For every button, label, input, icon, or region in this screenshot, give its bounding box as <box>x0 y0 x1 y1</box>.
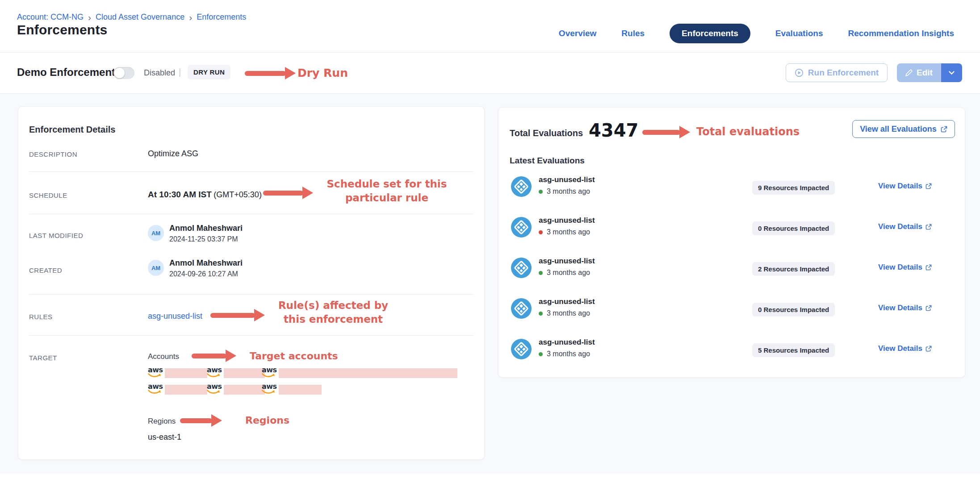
last-modified-name: Anmol Maheshwari <box>169 224 243 233</box>
redacted-account-id <box>224 368 265 378</box>
rule-icon <box>511 258 532 278</box>
rule-icon <box>511 298 532 319</box>
run-enforcement-button[interactable]: Run Enforcement <box>786 63 888 82</box>
aws-account: aws <box>148 383 207 395</box>
aws-account: aws <box>262 367 457 378</box>
tab-recommendation-insights[interactable]: Recommendation Insights <box>848 29 954 38</box>
dry-run-badge: DRY RUN <box>188 65 230 79</box>
external-link-icon <box>926 224 932 230</box>
evaluation-rule-name: asg-unused-list <box>539 297 595 306</box>
external-link-icon <box>941 126 947 133</box>
status-dot <box>539 190 543 194</box>
evaluation-row: asg-unused-list 3 months ago 9 Resources… <box>498 175 965 203</box>
aws-logo-icon: aws <box>207 367 221 378</box>
divider: | <box>179 67 181 77</box>
status-dot <box>539 230 543 234</box>
details-card-title: Enforcement Details <box>29 125 115 135</box>
breadcrumb-account[interactable]: Account: CCM-NG <box>17 12 84 22</box>
rule-icon <box>511 217 532 237</box>
resources-impacted-badge: 2 Resources Impacted <box>752 262 835 276</box>
aws-logo-icon: aws <box>262 383 276 395</box>
toggle-knob <box>114 68 125 78</box>
view-details-label: View Details <box>878 263 922 272</box>
avatar: AM <box>148 225 164 241</box>
status-dot <box>539 352 543 356</box>
evaluation-row: asg-unused-list 3 months ago 0 Resources… <box>498 215 965 244</box>
avatar: AM <box>148 260 164 276</box>
breadcrumb-separator-icon: › <box>88 13 91 21</box>
top-nav-tabs: Overview Rules Enforcements Evaluations … <box>559 24 954 43</box>
divider <box>29 214 473 214</box>
annotation-target-accounts: Target accounts <box>250 350 338 362</box>
annotation-arrow <box>642 125 690 139</box>
view-details-link[interactable]: View Details <box>878 344 932 353</box>
tab-evaluations[interactable]: Evaluations <box>775 29 823 38</box>
last-modified-label: LAST MODIFIED <box>29 232 83 239</box>
evaluation-row: asg-unused-list 3 months ago 2 Resources… <box>498 256 965 284</box>
view-details-label: View Details <box>878 182 922 191</box>
annotation-rules: Rule(s) affected by this enforcement <box>268 299 398 326</box>
accounts-label: Accounts <box>148 352 179 361</box>
aws-account: aws <box>148 367 207 378</box>
external-link-icon <box>926 346 932 352</box>
description-value: Optimize ASG <box>148 149 198 158</box>
tab-rules[interactable]: Rules <box>621 29 645 38</box>
schedule-time: At 10:30 AM IST <box>148 190 212 199</box>
redacted-account-id <box>165 368 207 378</box>
breadcrumb-governance[interactable]: Cloud Asset Governance <box>96 12 184 22</box>
tab-enforcements[interactable]: Enforcements <box>670 24 750 43</box>
aws-logo-icon: aws <box>148 367 162 378</box>
rule-link[interactable]: asg-unused-list <box>148 312 202 321</box>
header-divider <box>0 52 980 53</box>
target-label: TARGET <box>29 354 57 362</box>
view-details-label: View Details <box>878 222 922 231</box>
evaluations-card: Total Evaluations 4347 Total evaluations… <box>498 107 965 378</box>
edit-dropdown-button[interactable] <box>941 63 962 82</box>
created-label: CREATED <box>29 266 62 274</box>
breadcrumb-separator-icon: › <box>189 13 192 21</box>
redacted-account-id <box>224 385 265 395</box>
enforcement-details-card: Enforcement Details DESCRIPTION Optimize… <box>18 106 485 460</box>
evaluation-rule-name: asg-unused-list <box>539 175 595 184</box>
last-modified-value: Anmol Maheshwari 2024-11-25 03:37 PM <box>169 224 243 243</box>
status-dot <box>539 312 543 316</box>
rules-label: RULES <box>29 313 53 321</box>
edit-split-button: Edit <box>897 63 962 82</box>
breadcrumb-enforcements[interactable]: Enforcements <box>197 12 246 22</box>
tab-overview[interactable]: Overview <box>559 29 597 38</box>
view-details-link[interactable]: View Details <box>878 222 932 231</box>
view-details-link[interactable]: View Details <box>878 263 932 272</box>
annotation-regions: Regions <box>245 415 289 426</box>
annotation-arrow <box>210 308 265 322</box>
page-title: Enforcements <box>17 22 107 37</box>
created-name: Anmol Maheshwari <box>169 258 243 268</box>
view-details-link[interactable]: View Details <box>878 304 932 312</box>
resources-impacted-badge: 0 Resources Impacted <box>752 303 835 316</box>
evaluation-row: asg-unused-list 3 months ago 5 Resources… <box>498 337 965 366</box>
resources-impacted-badge: 5 Resources Impacted <box>752 343 835 357</box>
schedule-timezone: (GMT+05:30) <box>214 190 262 199</box>
view-all-evaluations-button[interactable]: View all Evaluations <box>852 120 955 138</box>
aws-account: aws <box>207 367 265 378</box>
status-dot <box>539 271 543 275</box>
annotation-arrow <box>180 414 222 427</box>
aws-logo-icon: aws <box>148 383 162 395</box>
divider <box>29 171 473 172</box>
enabled-toggle[interactable] <box>113 67 134 79</box>
description-label: DESCRIPTION <box>29 150 77 158</box>
aws-logo-icon: aws <box>262 367 276 378</box>
edit-button[interactable]: Edit <box>897 63 941 82</box>
annotation-dry-run: Dry Run <box>297 67 348 79</box>
created-date: 2024-09-26 10:27 AM <box>169 270 243 278</box>
view-details-link[interactable]: View Details <box>878 182 932 191</box>
evaluation-time: 3 months ago <box>547 350 590 358</box>
toggle-status-label: Disabled <box>144 68 175 78</box>
regions-label: Regions <box>148 417 176 426</box>
annotation-arrow <box>263 186 313 200</box>
redacted-account-id <box>279 385 322 395</box>
evaluation-rule-name: asg-unused-list <box>539 338 595 347</box>
evaluation-row: asg-unused-list 3 months ago 0 Resources… <box>498 296 965 325</box>
external-link-icon <box>926 264 932 271</box>
divider <box>29 294 473 295</box>
evaluation-time: 3 months ago <box>547 269 590 277</box>
